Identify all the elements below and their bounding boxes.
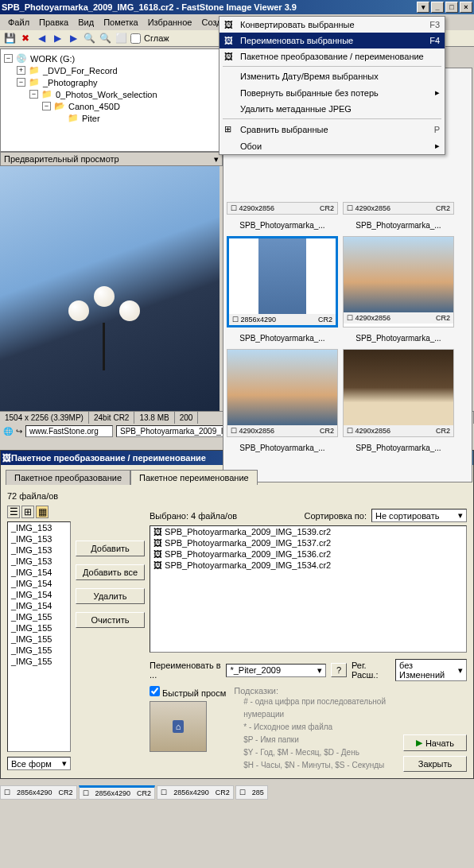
next-icon[interactable]: ▶ (67, 32, 80, 45)
clear-button[interactable]: Очистить (76, 612, 145, 628)
maximize-button[interactable]: □ (445, 2, 458, 13)
main-titlebar: SPB_Photoyarmarka_2009_IMG_1618.cr2 - Fa… (0, 0, 474, 14)
zoomin-icon[interactable]: 🔍 (83, 32, 95, 45)
smooth-label: Сглаж (144, 33, 169, 43)
batch-icon: 🖼 (224, 52, 240, 61)
tree-item: −📁_Photography (4, 76, 219, 88)
tab-convert[interactable]: Пакетное преобразование (6, 470, 130, 485)
thumb-label: SPB_Photoyarmarka_... (227, 219, 338, 231)
ext-label: Рег. Расш.: (352, 661, 390, 680)
close-button[interactable]: × (460, 2, 472, 13)
view-detail-icon[interactable]: ⊞ (21, 506, 34, 518)
thumbnail[interactable]: ☐ 4290x2856CR2 (227, 202, 338, 215)
sort-label: Сортировка по: (304, 511, 367, 521)
add-button[interactable]: Добавить (76, 541, 145, 556)
thumbnail-selected[interactable]: ☐ 2856x4290CR2 (227, 236, 338, 327)
menu-removemeta[interactable]: Удалить метаданные JPEG (220, 101, 445, 117)
quickpreview-checkbox[interactable]: Быстрый просм (150, 688, 226, 698)
collapse-icon[interactable]: − (29, 90, 38, 99)
save-icon[interactable]: 💾 (3, 32, 16, 45)
menu-batch[interactable]: 🖼 Пакетное преобразование / переименован… (220, 48, 445, 64)
menu-separator (223, 118, 441, 119)
thumbnail[interactable]: ☐ 4290x2856CR2 (343, 202, 454, 215)
tools-dropdown: 🖼 Конвертировать выбранные F3 🖼 Переимен… (219, 16, 445, 155)
menu-fav[interactable]: Избранное (143, 16, 197, 29)
start-button[interactable]: Начать (403, 734, 467, 751)
rename-pattern-input[interactable]: *_Piter_2009 (226, 664, 326, 677)
delete-icon[interactable]: ✖ (19, 32, 32, 45)
preview-image (0, 166, 220, 411)
folder-icon: 📁 (68, 113, 79, 123)
site-field[interactable]: www.FastStone.org (25, 425, 113, 437)
selected-label: Выбрано: 4 файла/ов (150, 511, 237, 521)
play-icon[interactable]: ▶ (51, 32, 64, 45)
view-thumb-icon[interactable]: ▦ (36, 506, 49, 518)
rename-label: Переименовать в ... (150, 661, 221, 680)
collapse-icon[interactable]: − (17, 78, 25, 87)
thumbnail[interactable]: ☐ 4290x2856CR2 (343, 349, 454, 437)
prev-icon[interactable]: ◀ (35, 32, 48, 45)
menu-rename[interactable]: 🖼 Переименовать выбранные F4 (220, 33, 445, 48)
tree-item: −📂Canon_450D (4, 100, 219, 112)
sysmenu-button[interactable]: ▾ (417, 2, 429, 13)
target-list[interactable]: 🖼 SPB_Photoyarmarka_2009_IMG_1539.cr2 🖼 … (150, 525, 467, 653)
menu-rotate[interactable]: Повернуть выбранные без потерь ▸ (220, 84, 445, 101)
zoomout-icon[interactable]: 🔍 (99, 32, 111, 45)
tree-item: 📁Piter (4, 112, 219, 124)
bottom-thumb-strip: ☐2856x4290CR2 ☐2856x4290CR2 ☐2856x4290CR… (0, 785, 474, 800)
quickpreview-thumb: ⌂ (150, 701, 207, 752)
drive-icon: 💿 (16, 53, 27, 64)
menu-edit[interactable]: Правка (34, 16, 73, 29)
menu-compare[interactable]: ⊞ Сравнить выбранные P (220, 121, 445, 138)
tab-rename[interactable]: Пакетное переименование (130, 470, 258, 485)
menu-file[interactable]: Файл (3, 16, 34, 29)
arrow-icon[interactable]: ↪ (16, 427, 22, 436)
hints-text: # - одна цифра при последовательной нуме… (243, 696, 395, 772)
folder-icon: 📁 (29, 77, 40, 87)
ext-select[interactable]: без Изменений (395, 659, 467, 681)
tree-item: −💿WORK (G:) (4, 52, 219, 64)
menu-view[interactable]: Вид (73, 16, 99, 29)
folder-open-icon: 📂 (54, 101, 65, 111)
thumb-label: SPB_Photoyarmarka_... (227, 442, 338, 454)
thumb-label: SPB_Photoyarmarka_... (343, 332, 454, 344)
fit-icon[interactable]: ⬜ (115, 32, 127, 45)
menu-convert[interactable]: 🖼 Конвертировать выбранные F3 (220, 17, 445, 33)
globe-icon[interactable]: 🌐 (3, 427, 13, 436)
format-select[interactable]: Все форм (7, 757, 71, 770)
streetlamp-graphic (66, 300, 142, 370)
thumb-label: SPB_Photoyarmarka_... (227, 332, 338, 344)
sort-select[interactable]: Не сортировать (371, 509, 467, 522)
collapse-icon[interactable]: − (4, 54, 13, 63)
menu-datetime[interactable]: Изменить Дату/Время выбранных (220, 68, 445, 84)
thumbnail[interactable]: ☐ 4290x2856CR2 (343, 236, 454, 327)
hints-label: Подсказки: (234, 686, 395, 696)
tree-item: −📁0_Photos_Work_selection (4, 88, 219, 100)
view-list-icon[interactable]: ☰ (7, 506, 20, 518)
menu-mark[interactable]: Пометка (99, 16, 143, 29)
convert-icon: 🖼 (224, 20, 240, 29)
preview-header: Предварительный просмотр ▾ (0, 152, 223, 166)
thumb-label: SPB_Photoyarmarka_... (343, 442, 454, 454)
tree-item: +📁_DVD_For_Record (4, 64, 219, 76)
minimize-button[interactable]: _ (431, 2, 444, 13)
submenu-arrow-icon: ▸ (435, 87, 440, 98)
smooth-checkbox[interactable] (130, 33, 141, 44)
remove-button[interactable]: Удалить (76, 588, 145, 604)
title-text: SPB_Photoyarmarka_2009_IMG_1618.cr2 - Fa… (2, 2, 297, 12)
menu-separator (223, 66, 441, 67)
help-button[interactable]: ? (331, 663, 347, 677)
compare-icon: ⊞ (224, 124, 240, 134)
menu-wallpaper[interactable]: Обои ▸ (220, 138, 445, 154)
submenu-arrow-icon: ▸ (435, 141, 440, 151)
rename-icon: 🖼 (224, 36, 240, 45)
expand-icon[interactable]: + (17, 66, 25, 75)
addall-button[interactable]: Добавить все (76, 564, 145, 580)
folder-icon: 📁 (41, 89, 52, 99)
file-count-label: 72 файла/ов (7, 491, 467, 501)
thumbnail[interactable]: ☐ 4290x2856CR2 (227, 349, 338, 437)
source-list[interactable]: _IMG_153 _IMG_153 _IMG_153 _IMG_153 _IMG… (7, 521, 71, 752)
folder-tree[interactable]: −💿WORK (G:) +📁_DVD_For_Record −📁_Photogr… (0, 48, 223, 152)
close-button[interactable]: Закрыть (403, 756, 467, 772)
collapse-icon[interactable]: − (42, 102, 51, 110)
